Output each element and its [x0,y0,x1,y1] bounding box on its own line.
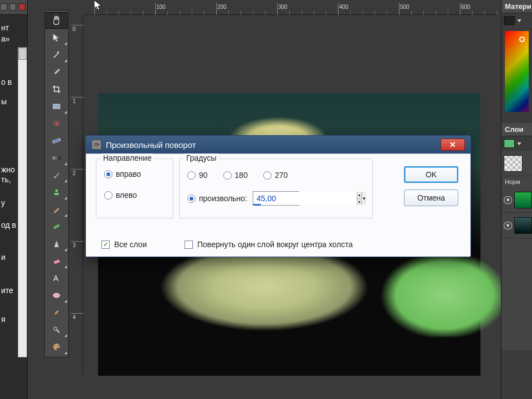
tool-sharpen[interactable] [45,236,68,252]
tool-smudge[interactable] [45,304,68,321]
visibility-eye-icon[interactable] [504,196,512,204]
radio-direction-right[interactable]: вправо [104,166,165,182]
panel-text: ть, [1,175,11,184]
tool-brush[interactable] [45,167,68,183]
radio-icon [187,195,196,203]
layer-row[interactable] [502,151,532,176]
svg-line-14 [57,330,59,332]
svg-rect-8 [53,224,60,229]
radio-direction-left[interactable]: влево [104,187,165,203]
checkbox-all-layers[interactable]: Все слои [101,240,147,249]
flyout-indicator-icon [64,177,67,182]
crop-icon [52,84,62,94]
eraser-icon [52,256,62,266]
degrees-input[interactable] [253,192,357,205]
degrees-input-spinner[interactable]: ▲ ▼ ▼ [253,191,299,206]
ruler-vertical: 01234 [71,15,83,374]
dodge-icon [52,325,62,335]
left-panel-scrollbar[interactable] [18,47,27,357]
ruler-tick-label: 3 [73,242,76,248]
color-picker-indicator[interactable] [519,37,525,42]
flyout-indicator-icon [64,245,67,251]
tool-hand[interactable] [45,12,68,29]
svg-text:A: A [53,274,59,283]
radio-degrees-custom[interactable]: произвольно: [187,190,247,207]
minimize-icon[interactable] [0,3,7,11]
dialog-close-button[interactable]: ✕ [441,139,465,151]
panel-text: и [1,253,6,262]
color-picker[interactable] [505,31,529,112]
free-rotate-dialog: ⟳ Произвольный поворот ✕ Направление впр… [85,135,471,257]
tool-stamp[interactable] [45,184,68,201]
visibility-eye-icon[interactable] [504,222,512,229]
swatch-icon [504,16,515,25]
spinner-dropdown-icon[interactable]: ▼ [361,192,366,205]
ruler-tick-label: 4 [73,314,76,320]
cancel-button[interactable]: Отмена [404,190,458,206]
tool-perspective[interactable] [45,98,68,115]
spinner-progress [253,204,261,206]
panel-text: од в [1,221,16,229]
tool-magic-wand[interactable] [45,47,68,63]
tool-oval[interactable] [45,287,68,304]
radio-degrees-90[interactable]: 90 [187,167,208,183]
radio-degrees-180[interactable]: 180 [223,167,248,183]
chevron-down-icon [517,142,521,145]
tool-text[interactable]: A [45,270,68,287]
radio-label: вправо [116,170,141,178]
maximize-icon[interactable] [9,3,17,11]
layer-row[interactable] [502,213,532,238]
spinner-up-icon[interactable]: ▲ [357,192,361,199]
materials-swatch-dropdown[interactable] [502,13,532,28]
pointer-icon [52,33,62,43]
layers-panel-title: Слои [502,123,532,136]
radio-icon [223,171,232,180]
panel-text: о в [1,78,12,86]
oval-icon [52,290,62,300]
svg-point-17 [58,345,59,346]
tool-clone[interactable] [45,201,68,218]
flyout-indicator-icon [64,108,67,114]
panel-text: а» [1,34,10,43]
ruler-horizontal: 0100200300400500600 [83,3,498,15]
tool-heal[interactable] [45,218,68,235]
ruler-tick-label: 600 [461,4,470,10]
radio-icon [104,191,112,200]
tool-eraser[interactable] [45,253,68,269]
tool-dodge[interactable] [45,321,68,338]
clone-icon [52,204,62,214]
panel-text: у [1,198,5,207]
blend-mode-label[interactable]: Норм [502,176,532,187]
scrollbar-thumb[interactable] [18,48,27,60]
toolbox: A [44,10,69,357]
tool-gradient[interactable] [45,150,68,166]
svg-rect-10 [54,259,60,264]
tool-straighten[interactable] [45,132,68,149]
flyout-indicator-icon [64,57,67,62]
magic-wand-icon [52,50,62,60]
spinner-down-icon[interactable]: ▼ [357,199,361,206]
radio-label: 180 [235,171,248,180]
ruler-tick-label: 400 [339,4,349,10]
flyout-indicator-icon [64,39,67,45]
ruler-tick-label: 0 [95,4,99,10]
tool-redeye[interactable] [45,115,68,132]
svg-point-16 [56,344,57,345]
tool-palette[interactable] [45,339,68,355]
checkbox-rotate-around-center[interactable]: Повернуть один слой вокруг центра холста [185,240,353,249]
tool-pointer[interactable] [45,29,68,46]
close-icon[interactable] [18,3,25,11]
layer-thumbnail [504,155,523,172]
panel-text: ы [1,97,7,106]
ok-button[interactable]: OK [404,166,458,183]
dialog-body: Направление вправо влево Градусы 90 180 [86,154,470,257]
dialog-titlebar[interactable]: ⟳ Произвольный поворот ✕ [86,136,470,154]
tool-crop[interactable] [45,81,68,98]
tool-dropper[interactable] [45,64,68,80]
left-panel-titlebar [0,0,27,14]
radio-degrees-270[interactable]: 270 [263,167,288,183]
layers-options-dropdown[interactable] [502,136,532,151]
layer-row[interactable] [502,187,532,213]
ruler-tick-label: 100 [156,4,166,10]
direction-group: Направление вправо влево [96,158,173,218]
